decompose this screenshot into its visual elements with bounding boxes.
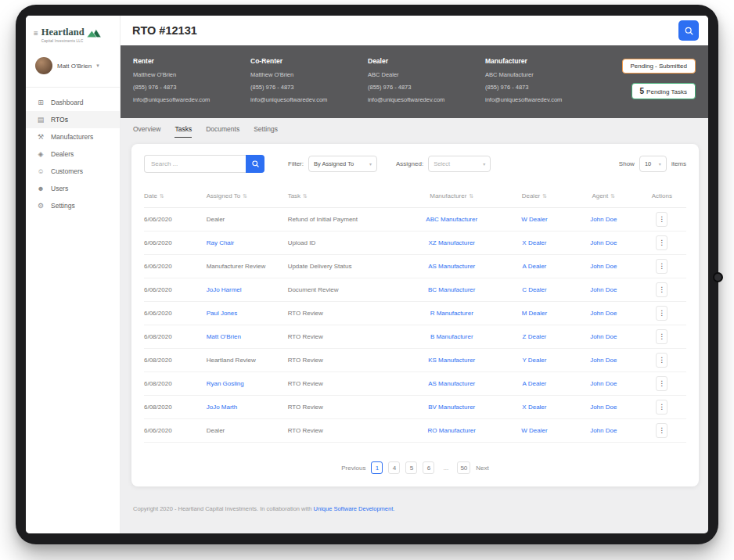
cell-agent-link[interactable]: John Doe [570,263,638,270]
nav-item-icon: ⚙ [37,202,45,210]
row-actions-kebab-icon[interactable]: ⋮ [656,329,667,344]
contact-block: Co-Renter Matthew O'Brien (855) 976 - 48… [250,57,368,109]
cell-manufacturer-link[interactable]: RO Manufacturer [405,427,499,434]
cell-manufacturer-link[interactable]: ABC Manufacturer [405,216,499,223]
cell-agent-link[interactable]: John Doe [570,310,638,317]
cell-assigned-to[interactable]: Ryan Gosling [207,380,288,387]
cell-manufacturer-link[interactable]: BV Manufacturer [405,404,499,411]
page-button[interactable]: 5 [405,461,417,474]
row-actions-kebab-icon[interactable]: ⋮ [656,423,667,438]
column-header[interactable]: Date⇅ [144,192,207,199]
sidebar-item[interactable]: ☻ Users [26,180,120,197]
row-actions-kebab-icon[interactable]: ⋮ [656,212,667,227]
row-actions-kebab-icon[interactable]: ⋮ [656,353,667,368]
cell-dealer-link[interactable]: X Dealer [499,404,570,411]
sidebar-item[interactable]: ▤ RTOs [26,111,120,128]
logo-mountains-icon [87,27,102,38]
row-actions-kebab-icon[interactable]: ⋮ [656,306,667,321]
sidebar-item[interactable]: ☺ Customers [26,163,120,180]
header-search-button[interactable] [678,20,699,41]
tab[interactable]: Settings [254,125,278,138]
cell-agent-link[interactable]: John Doe [570,427,638,434]
cell-manufacturer-link[interactable]: R Manufacturer [405,310,499,317]
cell-agent-link[interactable]: John Doe [570,216,638,223]
cell-assigned-to[interactable]: Paul Jones [207,310,288,317]
cell-task: Update Delivery Status [288,263,405,270]
assigned-dropdown[interactable]: Select ▾ [428,156,491,172]
page-button[interactable]: 1 [371,461,383,474]
cell-date: 6/06/2020 [144,427,207,434]
cell-dealer-link[interactable]: M Dealer [499,310,570,317]
cell-manufacturer-link[interactable]: XZ Manufacturer [405,239,499,246]
sidebar-item[interactable]: ⚙ Settings [26,197,120,214]
cell-actions: ⋮ [638,329,686,344]
cell-dealer-link[interactable]: Z Dealer [499,333,570,340]
user-menu[interactable]: Matt O'Brien ▾ [26,43,120,74]
search-input[interactable] [144,155,246,173]
cell-agent-link[interactable]: John Doe [570,333,638,340]
row-actions-kebab-icon[interactable]: ⋮ [656,259,667,274]
page-button[interactable]: ... [440,461,452,474]
cell-actions: ⋮ [638,306,686,321]
row-actions-kebab-icon[interactable]: ⋮ [656,282,667,297]
cell-agent-link[interactable]: John Doe [570,239,638,246]
sidebar-item[interactable]: ⊞ Dashboard [26,94,120,111]
page-size-dropdown[interactable]: 10 ▾ [639,156,667,172]
column-header[interactable]: Agent⇅ [570,192,638,199]
cell-manufacturer-link[interactable]: AS Manufacturer [405,263,499,270]
sidebar-item[interactable]: ⚒ Manufacturers [26,128,120,145]
cell-assigned-to[interactable]: Ray Chair [207,239,288,246]
column-label: Actions [652,192,672,199]
column-header[interactable]: Dealer⇅ [499,192,570,199]
sidebar-item[interactable]: ◈ Dealers [26,145,120,163]
page-button[interactable]: 4 [388,461,400,474]
contact-columns: Renter Matthew O'Brien (855) 976 - 4873 … [133,57,603,109]
cell-dealer-link[interactable]: X Dealer [499,239,570,246]
tab[interactable]: Overview [133,125,160,138]
contact-infobar: Renter Matthew O'Brien (855) 976 - 4873 … [121,45,708,118]
table-controls: Filter: By Assigned To ▾ Assigned: Selec… [144,155,686,173]
cell-agent-link[interactable]: John Doe [570,380,638,387]
contact-email: info@uniquesoftwaredev.com [250,96,368,103]
cell-agent-link[interactable]: John Doe [570,286,638,293]
next-page-button[interactable]: Next [476,465,488,472]
cell-task: RTO Review [288,310,405,317]
cell-assigned-to[interactable]: Matt O'Brien [207,333,288,340]
row-actions-kebab-icon[interactable]: ⋮ [656,400,667,415]
tab[interactable]: Tasks [175,125,192,138]
column-header[interactable]: Actions⇅ [638,192,686,199]
tab[interactable]: Documents [206,125,239,138]
cell-assigned-to[interactable]: Dealer [207,216,288,223]
contact-email: info@uniquesoftwaredev.com [368,96,485,103]
previous-page-button[interactable]: Previous [341,465,365,472]
cell-dealer-link[interactable]: C Dealer [499,286,570,293]
cell-assigned-to[interactable]: Manufacturer Review [207,263,288,270]
cell-manufacturer-link[interactable]: B Manufacturer [405,333,499,340]
filter-dropdown[interactable]: By Assigned To ▾ [308,156,377,172]
column-header[interactable]: Manufacturer⇅ [405,192,499,199]
cell-assigned-to[interactable]: Heartland Review [207,357,288,364]
cell-dealer-link[interactable]: W Dealer [499,216,570,223]
cell-agent-link[interactable]: John Doe [570,404,638,411]
column-header[interactable]: Assigned To⇅ [207,192,288,199]
cell-manufacturer-link[interactable]: AS Manufacturer [405,380,499,387]
cell-assigned-to[interactable]: Dealer [207,427,288,434]
cell-manufacturer-link[interactable]: BC Manufacturer [405,286,499,293]
cell-agent-link[interactable]: John Doe [570,357,638,364]
cell-dealer-link[interactable]: W Dealer [499,427,570,434]
column-header[interactable]: Task⇅ [288,192,405,199]
cell-actions: ⋮ [638,400,686,415]
table-search-button[interactable] [246,155,264,173]
page-button[interactable]: 6 [423,461,434,474]
row-actions-kebab-icon[interactable]: ⋮ [656,235,667,250]
cell-manufacturer-link[interactable]: KS Manufacturer [405,357,499,364]
cell-assigned-to[interactable]: JoJo Harmel [207,286,288,293]
cell-dealer-link[interactable]: Y Dealer [499,357,570,364]
cell-assigned-to[interactable]: JoJo Marth [207,404,288,411]
cell-dealer-link[interactable]: A Dealer [499,263,570,270]
menu-icon[interactable]: ≡ [34,29,38,38]
cell-dealer-link[interactable]: A Dealer [499,380,570,387]
row-actions-kebab-icon[interactable]: ⋮ [656,376,667,391]
page-button[interactable]: 50 [457,461,470,474]
footer-link[interactable]: Unique Software Development. [314,505,395,512]
